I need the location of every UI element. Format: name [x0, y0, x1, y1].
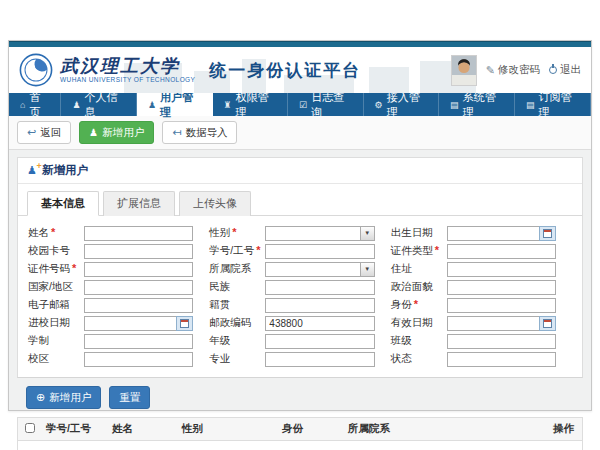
postal-code-input[interactable] [265, 316, 374, 331]
table-header-row: 学号/工号姓名性别身份所属院系操作 [18, 418, 582, 441]
form-row-gender: 性别* ▼ [209, 224, 390, 242]
form-row-political-status: 政治面貌 [391, 278, 572, 296]
logout-link[interactable]: 退出 [549, 63, 581, 77]
user-icon: ♟ [72, 100, 80, 110]
nav-item-subscription-management[interactable]: ▤ 订阅管理 [515, 93, 591, 116]
results-table: 学号/工号姓名性别身份所属院系操作 [17, 417, 583, 450]
nav-item-home[interactable]: ⌂ 首页 [9, 93, 61, 116]
id-type-input[interactable] [447, 244, 556, 259]
status-input[interactable] [447, 352, 556, 367]
pencil-icon: ✎ [486, 64, 495, 77]
panel-title-row: ♟+ 新增用户 [18, 158, 582, 184]
form-row-study-length: 学制 [28, 332, 209, 350]
university-name-en: WUHAN UNIVERSITY OF TECHNOLOGY [60, 77, 195, 84]
data-import-button[interactable]: ↤ 数据导入 [162, 121, 237, 144]
form-grid: 姓名* 校园卡号 证件号码* 国家/地区 电子邮箱 进校日期 [18, 216, 582, 377]
table-header-姓名: 姓名 [108, 418, 178, 441]
nav-item-permission-management[interactable]: ♜ 权限管理 [213, 93, 289, 116]
form-row-identity: 身份* [391, 296, 572, 314]
change-password-link[interactable]: ✎ 修改密码 [486, 63, 540, 77]
form-row-major: 专业 [209, 350, 390, 368]
ethnicity-input[interactable] [265, 280, 374, 295]
nav-item-access-management[interactable]: ⚙ 接入管理 [364, 93, 440, 116]
table-header-性别: 性别 [178, 418, 278, 441]
avatar[interactable] [451, 55, 477, 86]
class-input[interactable] [447, 334, 556, 349]
power-icon [549, 66, 557, 74]
required-asterisk: * [256, 244, 260, 256]
nav-item-log-query[interactable]: ☑ 日志查询 [288, 93, 364, 116]
major-input[interactable] [265, 352, 374, 367]
native-place-input[interactable] [265, 298, 374, 313]
platform-title: 统一身份认证平台 [209, 59, 361, 82]
tab-basic-info[interactable]: 基本信息 [27, 191, 99, 216]
form-row-ethnicity: 民族 [209, 278, 390, 296]
required-asterisk: * [435, 244, 439, 256]
email-input[interactable] [84, 298, 193, 313]
empty-table-row [18, 441, 582, 450]
entry-date-input[interactable] [84, 316, 176, 331]
university-name-cn: 武汉理工大学 [60, 57, 195, 75]
user-bar: ✎ 修改密码 退出 [451, 55, 581, 86]
calendar-icon [543, 229, 552, 238]
form-tabs: 基本信息扩展信息上传头像 [18, 184, 582, 216]
add-user-button[interactable]: ♟ 新增用户 [79, 121, 154, 144]
select-all-checkbox[interactable] [25, 423, 35, 433]
reset-button[interactable]: 重置 [109, 386, 150, 409]
campus-card-number-input[interactable] [84, 244, 193, 259]
entry-date-calendar-button[interactable] [176, 316, 193, 331]
back-arrow-icon: ↩ [27, 125, 36, 140]
form-row-postal-code: 邮政编码 [209, 314, 390, 332]
doc-icon: ▤ [526, 100, 535, 110]
grade-input[interactable] [265, 334, 374, 349]
tab-upload-avatar[interactable]: 上传头像 [179, 191, 251, 216]
study-length-input[interactable] [84, 334, 193, 349]
form-row-student-staff-id: 学号/工号* [209, 242, 390, 260]
form-row-native-place: 籍贯 [209, 296, 390, 314]
change-password-label: 修改密码 [498, 63, 540, 77]
country-region-input[interactable] [84, 280, 193, 295]
table-header-身份: 身份 [278, 418, 344, 441]
university-name-block: 武汉理工大学 WUHAN UNIVERSITY OF TECHNOLOGY [60, 57, 195, 84]
import-arrow-icon: ↤ [172, 125, 181, 140]
calendar-icon [180, 319, 189, 328]
required-asterisk: * [51, 226, 55, 238]
student-staff-id-input[interactable] [265, 244, 374, 259]
form-row-grade: 年级 [209, 332, 390, 350]
form-row-valid-date: 有效日期 [391, 314, 572, 332]
toolbar: ↩ 返回 ♟ 新增用户 ↤ 数据导入 [9, 116, 591, 150]
birth-date-input[interactable] [447, 226, 539, 241]
required-asterisk: * [72, 262, 76, 274]
form-row-address: 住址 [391, 260, 572, 278]
birth-date-calendar-button[interactable] [539, 226, 556, 241]
doc-icon: ▤ [450, 100, 459, 110]
form-column: 姓名* 校园卡号 证件号码* 国家/地区 电子邮箱 进校日期 [28, 224, 209, 368]
entry-date-field [84, 316, 193, 331]
logout-label: 退出 [560, 63, 581, 77]
political-status-input[interactable] [447, 280, 556, 295]
birth-date-field [447, 226, 556, 241]
form-row-campus-card-number: 校园卡号 [28, 242, 209, 260]
chevron-down-icon: ▼ [360, 227, 374, 240]
nav-item-user-management[interactable]: ♟ 用户管理 [137, 93, 213, 116]
form-row-department: 所属院系 ▼ [209, 260, 390, 278]
form-row-id-number: 证件号码* [28, 260, 209, 278]
submit-add-user-button[interactable]: ⊕ 新增用户 [26, 386, 101, 409]
name-input[interactable] [84, 226, 193, 241]
identity-input[interactable] [447, 298, 556, 313]
address-input[interactable] [447, 262, 556, 277]
tab-extended-info[interactable]: 扩展信息 [103, 191, 175, 216]
back-button[interactable]: ↩ 返回 [17, 121, 71, 144]
form-row-country-region: 国家/地区 [28, 278, 209, 296]
gender-select[interactable]: ▼ [265, 226, 374, 241]
select-all-cell [18, 418, 42, 441]
nav-item-system-management[interactable]: ▤ 系统管理 [439, 93, 515, 116]
user-plus-icon: ♟+ [27, 165, 37, 176]
department-select[interactable]: ▼ [265, 262, 374, 277]
id-number-input[interactable] [84, 262, 193, 277]
campus-input[interactable] [84, 352, 193, 367]
form-row-id-type: 证件类型* [391, 242, 572, 260]
nav-item-personal-info[interactable]: ♟ 个人信息 [61, 93, 137, 116]
valid-date-calendar-button[interactable] [539, 316, 556, 331]
valid-date-input[interactable] [447, 316, 539, 331]
